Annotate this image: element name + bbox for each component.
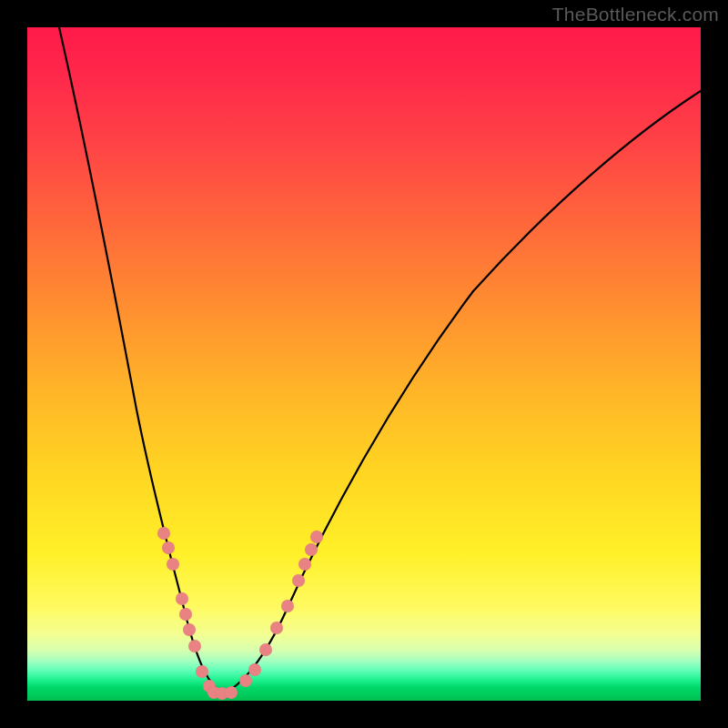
dot	[188, 640, 201, 652]
dot	[270, 622, 283, 634]
dot	[162, 541, 175, 554]
left-curve	[59, 27, 223, 693]
dot	[167, 558, 179, 571]
dot	[281, 600, 294, 612]
dots-bottom	[207, 686, 238, 700]
dot	[225, 686, 238, 699]
dot	[298, 558, 311, 571]
dot	[248, 663, 261, 676]
dot	[196, 665, 208, 678]
chart-svg	[27, 27, 701, 701]
dot	[292, 574, 305, 587]
dot	[305, 543, 318, 556]
dot	[157, 527, 170, 540]
dot	[310, 531, 323, 543]
dot	[183, 623, 196, 636]
right-curve	[223, 91, 701, 693]
dot	[239, 674, 252, 687]
dots-right	[239, 531, 323, 687]
watermark-text: TheBottleneck.com	[552, 4, 719, 25]
dot	[176, 592, 188, 605]
dot	[179, 608, 192, 621]
dots-left	[157, 527, 216, 693]
dot	[259, 643, 272, 656]
chart-frame	[27, 27, 701, 701]
